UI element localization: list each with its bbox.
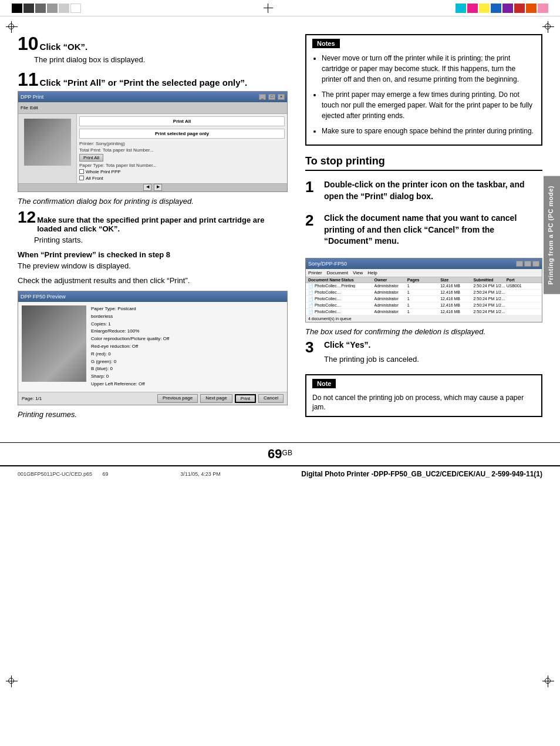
color-blocks-left xyxy=(12,4,81,13)
notes-box: Notes Never move or turn off the printer… xyxy=(305,34,542,146)
notes-header: Notes xyxy=(312,39,340,48)
note-item-3: Make sure to spare enough space behind t… xyxy=(322,126,535,136)
preview-params: Paper Type: Postcard borderless Copies: … xyxy=(91,305,169,388)
queue-row-4: 📄 PhotoCollection Administrator 1 12,416… xyxy=(306,309,542,315)
step-10-header: 10 Click “OK”. xyxy=(18,34,288,53)
page-label: GB xyxy=(282,449,292,457)
col-port: Port xyxy=(507,278,539,282)
ss-minimize-btn: _ xyxy=(259,94,266,100)
qrow0-submitted: 2:50:24 PM 1/28/2005 xyxy=(473,284,506,288)
qrow2-size: 12,416 MB xyxy=(440,297,473,301)
param-enlarge: Enlarge/Reduce: 100% xyxy=(91,328,169,335)
qrow3-size: 12,416 MB xyxy=(440,303,473,307)
ss-row-pages: Total Print: Tota paper list Number... xyxy=(79,147,285,153)
ss-title-text: DPP Print xyxy=(21,94,257,100)
printing-resumes: Printing resumes. xyxy=(18,410,288,419)
ss-row-printer: Printer: Sony(printing) xyxy=(79,141,285,146)
queue-minimize xyxy=(516,261,523,267)
ss-pages-label: Total Print: Tota paper list Number... xyxy=(79,147,154,153)
color-block-black xyxy=(12,4,22,13)
qrow0-name: 📄 PhotoCollection xyxy=(308,284,341,288)
step-10-number: 10 xyxy=(18,34,39,53)
prev-page-btn[interactable]: Previous page xyxy=(157,394,198,403)
color-block-white xyxy=(70,4,81,13)
stop-step-2: 2 Click the document name that you want … xyxy=(305,213,542,251)
cb-magenta xyxy=(467,4,478,13)
when-title: When “Print preview” is checked in step … xyxy=(18,250,288,259)
col-submitted: Submitted xyxy=(473,278,506,282)
note-box: Note Do not cancel the printing job on p… xyxy=(305,374,542,418)
color-block-dark xyxy=(23,4,34,13)
stop-step-2-text: Click the document name that you want to… xyxy=(324,213,542,247)
cb-cyan xyxy=(456,4,466,13)
step-11-text: Click “Print All” or “Print the selected… xyxy=(40,78,248,88)
ss-checkbox-row2: All Front xyxy=(79,176,285,181)
param-color: Color reproduction/Picture quality: Off xyxy=(91,335,169,343)
qrow2-submitted: 2:50:24 PM 1/28/2005 xyxy=(473,297,506,301)
ss-checkbox1-label: Whole Print PPP xyxy=(86,169,121,174)
qrow4-owner: Administrator xyxy=(375,310,407,314)
queue-row-3: 📄 PhotoCollection Administrator 1 12,416… xyxy=(306,303,542,309)
qrow3-submitted: 2:50:24 PM 1/28/2005 xyxy=(473,303,506,307)
when-step: When “Print preview” is checked in step … xyxy=(18,250,288,285)
ss-checkbox1 xyxy=(79,169,84,174)
param-copies: Copies: 1 xyxy=(91,321,169,328)
note-item-1: Never move or turn off the printer while… xyxy=(322,53,535,85)
param-g: G (green): 0 xyxy=(91,358,169,366)
footer-print-info: 001GBFP5011PC-UC/CED.p65 69 3/11/05, 4:2… xyxy=(18,471,221,477)
ss-status-btn2: ▶ xyxy=(154,184,162,191)
queue-header-row: Document Name Status Owner Pages Size Su… xyxy=(306,277,542,283)
crosshair-center xyxy=(81,4,456,13)
col-size: Size xyxy=(440,278,473,282)
stop-step-3-number: 3 xyxy=(305,340,319,355)
stop-step-2-number: 2 xyxy=(305,213,319,228)
param-borderless: borderless xyxy=(91,313,169,321)
preview-titlebar: DPP FP50 Preview xyxy=(18,291,287,302)
queue-titlebar: Sony/DPP-FP50 xyxy=(306,258,542,269)
next-page-btn[interactable]: Next page xyxy=(200,394,232,403)
ss-row-ok: Print All xyxy=(79,154,285,162)
step-11-header: 11 Click “Print All” or “Print the selec… xyxy=(18,70,288,89)
note-item-2: The print paper may emerge a few times d… xyxy=(322,89,535,121)
stop-step-3-text: Click “Yes”. xyxy=(324,340,542,351)
left-column: 10 Click “OK”. The print dialog box is d… xyxy=(18,34,288,419)
cb-red xyxy=(514,4,525,13)
qrow4-pages: 1 xyxy=(407,310,440,314)
qrow4-name: 📄 PhotoCollection xyxy=(308,310,341,314)
cb-pink xyxy=(538,4,548,13)
param-sharp: Sharp: 0 xyxy=(91,373,169,381)
main-content: 10 Click “OK”. The print dialog box is d… xyxy=(0,16,560,431)
stop-step-3-body: Click “Yes”. The printing job is cancele… xyxy=(324,340,542,367)
qrow0-status: Printing xyxy=(341,284,374,288)
qrow4-submitted: 2:50:24 PM 1/28/2005 xyxy=(473,310,506,314)
qrow1-pages: 1 xyxy=(407,290,440,294)
stop-step-1-text: Double-click on the printer icon on the … xyxy=(324,179,542,202)
step-12-text: Make sure that the specified print paper… xyxy=(37,216,288,233)
param-b: B (blue): 0 xyxy=(91,365,169,373)
dialog-caption: The box used for confirming the deletion… xyxy=(305,327,542,336)
top-color-bar xyxy=(0,0,560,16)
ss-content: Print All Print selected page only Print… xyxy=(18,114,287,183)
param-paper-type: Paper Type: Postcard xyxy=(91,305,169,313)
qrow0-owner: Administrator xyxy=(375,284,407,288)
qrow1-owner: Administrator xyxy=(375,290,407,294)
ss-type-label: Paper Type: Tota paper list Number... xyxy=(79,163,157,168)
page-number: 69 xyxy=(268,446,282,461)
print-btn[interactable]: Print xyxy=(235,394,256,403)
preview-title-text: DPP FP50 Preview xyxy=(21,294,285,300)
step-12-number: 12 xyxy=(18,209,36,226)
queue-row-2: 📄 PhotoCollection Administrator 1 12,416… xyxy=(306,296,542,303)
step-12-desc: Printing starts. xyxy=(18,236,288,244)
cancel-btn[interactable]: Cancel xyxy=(258,394,284,403)
ss-checkbox2-label: All Front xyxy=(86,176,103,181)
queue-menu-printer: Printer xyxy=(308,270,322,275)
ss-ok-button[interactable]: Print All xyxy=(79,154,103,162)
ss-photo xyxy=(24,119,71,166)
ss-checkbox2 xyxy=(79,176,84,180)
cb-blue xyxy=(491,4,501,13)
ss-print-selected-btn: Print selected page only xyxy=(79,129,285,139)
note-header: Note xyxy=(312,379,336,388)
photo-placeholder xyxy=(24,119,71,166)
screenshot-inner: DPP Print _ □ × File Edit Pr xyxy=(18,92,287,191)
queue-menu-view: View xyxy=(353,270,363,275)
